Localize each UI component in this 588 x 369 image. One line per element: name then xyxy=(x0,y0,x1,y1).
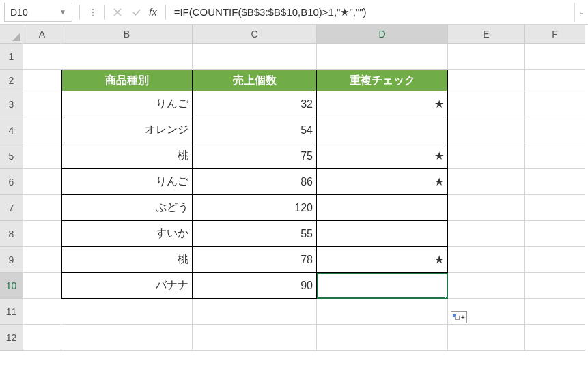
row-header-3[interactable]: 3 xyxy=(0,91,23,117)
autofill-options-button[interactable]: + xyxy=(451,311,467,323)
cell-C1[interactable] xyxy=(193,44,317,70)
cell-A1[interactable] xyxy=(23,44,61,70)
cell-E4[interactable] xyxy=(448,117,525,143)
cell-B9[interactable]: 桃 xyxy=(61,247,193,273)
cell-F4[interactable] xyxy=(525,117,585,143)
cell-E1[interactable] xyxy=(448,44,525,70)
cell-E12[interactable] xyxy=(448,325,525,351)
cell-D9[interactable]: ★ xyxy=(317,247,448,273)
cell-C4[interactable]: 54 xyxy=(193,117,317,143)
cell-C7[interactable]: 120 xyxy=(193,195,317,221)
row-header-5[interactable]: 5 xyxy=(0,143,23,169)
cell-D7[interactable] xyxy=(317,195,448,221)
cell-E9[interactable] xyxy=(448,247,525,273)
cell-F6[interactable] xyxy=(525,169,585,195)
cell-E6[interactable] xyxy=(448,169,525,195)
row-header-7[interactable]: 7 xyxy=(0,195,23,221)
options-icon[interactable]: ⋮ xyxy=(83,3,102,22)
cell-E3[interactable] xyxy=(448,91,525,117)
cell-C10[interactable]: 90 xyxy=(193,273,317,299)
cell-C11[interactable] xyxy=(193,299,317,325)
cell-E10[interactable] xyxy=(448,273,525,299)
cell-C2[interactable]: 売上個数 xyxy=(193,70,317,91)
cell-B5[interactable]: 桃 xyxy=(61,143,193,169)
cancel-formula-button[interactable] xyxy=(108,3,127,22)
cell-B11[interactable] xyxy=(61,299,193,325)
cell-A5[interactable] xyxy=(23,143,61,169)
cell-B1[interactable] xyxy=(61,44,193,70)
column-header-D[interactable]: D xyxy=(317,25,448,44)
cell-B12[interactable] xyxy=(61,325,193,351)
cell-B3[interactable]: りんご xyxy=(61,91,193,117)
cell-B2[interactable]: 商品種別 xyxy=(61,70,193,91)
column-header-E[interactable]: E xyxy=(448,25,525,44)
cell-C12[interactable] xyxy=(193,325,317,351)
name-box-dropdown-icon[interactable]: ▼ xyxy=(59,8,66,16)
cell-A8[interactable] xyxy=(23,221,61,247)
cell-A7[interactable] xyxy=(23,195,61,221)
row-header-6[interactable]: 6 xyxy=(0,169,23,195)
cell-A11[interactable] xyxy=(23,299,61,325)
cell-F11[interactable] xyxy=(525,299,585,325)
cell-A4[interactable] xyxy=(23,117,61,143)
cell-A3[interactable] xyxy=(23,91,61,117)
cell-A9[interactable] xyxy=(23,247,61,273)
cell-D8[interactable] xyxy=(317,221,448,247)
fill-handle[interactable] xyxy=(445,296,448,299)
cell-E2[interactable] xyxy=(448,70,525,91)
column-header-A[interactable]: A xyxy=(23,25,61,44)
select-all-corner[interactable] xyxy=(0,25,23,44)
name-box[interactable]: D10 ▼ xyxy=(4,3,72,22)
cell-C8[interactable]: 55 xyxy=(193,221,317,247)
cell-A6[interactable] xyxy=(23,169,61,195)
row-header-10[interactable]: 10 xyxy=(0,273,23,299)
cell-A10[interactable] xyxy=(23,273,61,299)
cell-D10[interactable] xyxy=(317,273,448,299)
cell-C5[interactable]: 75 xyxy=(193,143,317,169)
row-header-12[interactable]: 12 xyxy=(0,325,23,351)
cell-F10[interactable] xyxy=(525,273,585,299)
cell-E7[interactable] xyxy=(448,195,525,221)
row-header-11[interactable]: 11 xyxy=(0,299,23,325)
cell-B7[interactable]: ぶどう xyxy=(61,195,193,221)
cell-D3[interactable]: ★ xyxy=(317,91,448,117)
row-header-8[interactable]: 8 xyxy=(0,221,23,247)
cell-A2[interactable] xyxy=(23,70,61,91)
cell-F2[interactable] xyxy=(525,70,585,91)
column-header-C[interactable]: C xyxy=(193,25,317,44)
row-header-1[interactable]: 1 xyxy=(0,44,23,70)
cell-D5[interactable]: ★ xyxy=(317,143,448,169)
cell-F7[interactable] xyxy=(525,195,585,221)
cell-B6[interactable]: りんご xyxy=(61,169,193,195)
accept-formula-button[interactable] xyxy=(127,3,146,22)
formula-expand-button[interactable]: ⌄ xyxy=(574,3,588,22)
cell-E5[interactable] xyxy=(448,143,525,169)
cell-F3[interactable] xyxy=(525,91,585,117)
row-header-2[interactable]: 2 xyxy=(0,70,23,91)
cell-E8[interactable] xyxy=(448,221,525,247)
row-header-9[interactable]: 9 xyxy=(0,247,23,273)
cell-F5[interactable] xyxy=(525,143,585,169)
fx-label[interactable]: fx xyxy=(149,6,157,18)
cell-A12[interactable] xyxy=(23,325,61,351)
column-header-F[interactable]: F xyxy=(525,25,585,44)
cell-F1[interactable] xyxy=(525,44,585,70)
cell-D1[interactable] xyxy=(317,44,448,70)
cell-F8[interactable] xyxy=(525,221,585,247)
cell-D6[interactable]: ★ xyxy=(317,169,448,195)
cell-C6[interactable]: 86 xyxy=(193,169,317,195)
cell-F12[interactable] xyxy=(525,325,585,351)
cell-D12[interactable] xyxy=(317,325,448,351)
cell-C9[interactable]: 78 xyxy=(193,247,317,273)
cell-D4[interactable] xyxy=(317,117,448,143)
cell-B10[interactable]: バナナ xyxy=(61,273,193,299)
cell-C3[interactable]: 32 xyxy=(193,91,317,117)
cell-B4[interactable]: オレンジ xyxy=(61,117,193,143)
cell-D11[interactable] xyxy=(317,299,448,325)
column-header-B[interactable]: B xyxy=(61,25,193,44)
cell-F9[interactable] xyxy=(525,247,585,273)
cell-B8[interactable]: すいか xyxy=(61,221,193,247)
row-header-4[interactable]: 4 xyxy=(0,117,23,143)
cell-D2[interactable]: 重複チェック xyxy=(317,70,448,91)
formula-input[interactable] xyxy=(169,3,574,22)
